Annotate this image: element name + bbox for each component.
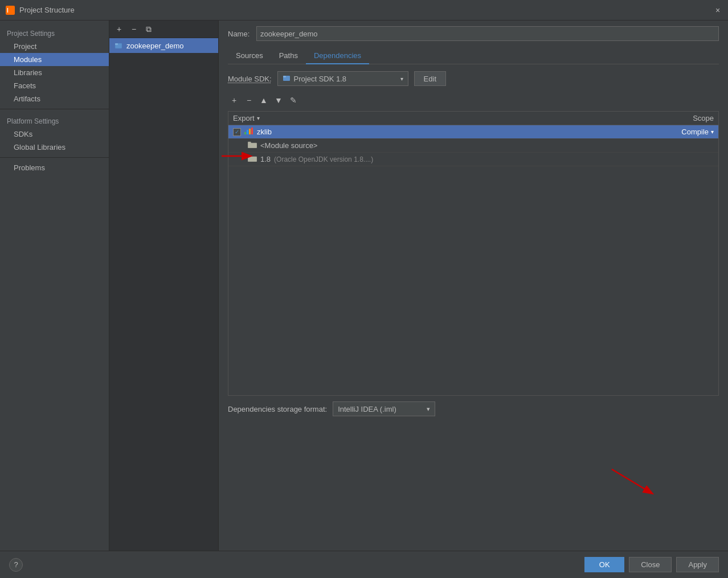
dep-table-header: Export ▾ Scope	[228, 112, 718, 125]
sidebar-item-sdks[interactable]: SDKs	[0, 128, 109, 141]
name-input[interactable]	[256, 26, 719, 41]
name-label: Name:	[228, 30, 251, 38]
export-column-header: Export ▾	[233, 114, 301, 122]
main-content: Name: Sources Paths Dependencies	[219, 21, 728, 551]
footer-buttons: OK Close Apply	[584, 557, 719, 572]
dep-edit-button[interactable]: ✎	[287, 94, 300, 106]
dep-up-button[interactable]: ▲	[257, 94, 270, 106]
platform-settings-label: Platform Settings	[0, 115, 109, 128]
folder-icon	[248, 141, 257, 150]
edit-sdk-button[interactable]: Edit	[414, 71, 446, 86]
dep-name-zklib: zklib	[244, 128, 678, 136]
dep-name-jdk: 1.8 (Oracle OpenJDK version 1.8....)	[248, 155, 710, 163]
dep-row-jdk[interactable]: 1.8 (Oracle OpenJDK version 1.8....)	[228, 153, 718, 166]
scope-column-header: Scope	[693, 114, 714, 122]
tab-sources[interactable]: Sources	[228, 48, 271, 64]
dep-down-button[interactable]: ▼	[272, 94, 285, 106]
add-module-button[interactable]: +	[113, 23, 125, 35]
jdk-detail: (Oracle OpenJDK version 1.8....)	[274, 155, 373, 163]
sdk-icon	[283, 74, 291, 84]
dialog-title: Project Structure	[19, 6, 709, 14]
help-button[interactable]: ?	[9, 558, 23, 572]
svg-rect-9	[251, 128, 253, 134]
remove-module-button[interactable]: −	[128, 23, 140, 35]
svg-rect-6	[244, 132, 246, 134]
sidebar-divider-2	[0, 157, 109, 158]
storage-arrow: ▾	[427, 405, 430, 413]
svg-rect-3	[115, 43, 118, 45]
project-settings-label: Project Settings	[0, 27, 109, 40]
copy-module-button[interactable]: ⧉	[142, 23, 155, 35]
title-bar: I Project Structure ×	[0, 0, 728, 21]
sidebar: Project Settings Project Modules Librari…	[0, 21, 109, 551]
tab-paths[interactable]: Paths	[271, 48, 306, 64]
dep-row-module-source[interactable]: <Module source>	[228, 139, 718, 153]
footer: ? OK Close Apply	[0, 551, 728, 578]
library-icon	[244, 128, 253, 136]
svg-text:I: I	[7, 7, 9, 14]
sidebar-item-global-libraries[interactable]: Global Libraries	[0, 141, 109, 154]
storage-label: Dependencies storage format:	[228, 405, 327, 413]
sidebar-item-modules[interactable]: Modules	[0, 53, 109, 66]
svg-rect-8	[249, 129, 251, 134]
name-row: Name:	[228, 26, 719, 41]
tab-dependencies[interactable]: Dependencies	[306, 48, 369, 64]
apply-button[interactable]: Apply	[676, 557, 719, 572]
sdk-select[interactable]: Project SDK 1.8 ▾	[277, 71, 408, 86]
dep-add-button[interactable]: +	[228, 94, 240, 106]
svg-rect-5	[283, 76, 286, 77]
module-panel: + − ⧉ zookeeper_demo	[109, 21, 219, 551]
dep-name-module-source: <Module source>	[248, 141, 710, 150]
jdk-icon	[248, 155, 257, 163]
export-dropdown-arrow[interactable]: ▾	[257, 115, 260, 121]
svg-rect-7	[247, 130, 248, 134]
sidebar-item-project[interactable]: Project	[0, 40, 109, 53]
storage-value: IntelliJ IDEA (.iml)	[338, 405, 396, 413]
close-button[interactable]: ×	[713, 6, 722, 15]
app-icon: I	[6, 6, 15, 15]
dep-scope-zklib: Compile ▾	[681, 128, 714, 136]
module-item-zookeeper[interactable]: zookeeper_demo	[109, 38, 218, 53]
tabs: Sources Paths Dependencies	[228, 48, 719, 64]
ok-button[interactable]: OK	[584, 557, 624, 572]
sidebar-item-libraries[interactable]: Libraries	[0, 66, 109, 79]
sdk-label: Module SDK:	[228, 75, 272, 83]
sdk-dropdown-arrow: ▾	[400, 76, 403, 82]
module-toolbar: + − ⧉	[109, 21, 218, 38]
content-area: Project Settings Project Modules Librari…	[0, 21, 728, 551]
sdk-row: Module SDK: Project SDK 1.8 ▾ Edit	[228, 71, 719, 86]
dialog: I Project Structure × Project Settings P…	[0, 0, 728, 578]
dependencies-toolbar: + − ▲ ▼ ✎	[228, 94, 719, 106]
close-dialog-button[interactable]: Close	[629, 557, 672, 572]
sidebar-divider	[0, 109, 109, 109]
dep-checkbox-zklib[interactable]: ✓	[233, 128, 241, 136]
module-icon	[114, 41, 123, 50]
storage-row: Dependencies storage format: IntelliJ ID…	[228, 396, 719, 416]
scope-dropdown-arrow[interactable]: ▾	[711, 129, 714, 135]
main-area: Name: Sources Paths Dependencies	[219, 21, 728, 551]
dependencies-table: Export ▾ Scope ✓	[228, 111, 719, 396]
sidebar-item-problems[interactable]: Problems	[0, 161, 109, 174]
dep-row-zklib[interactable]: ✓ zklib	[228, 125, 718, 139]
sidebar-item-facets[interactable]: Facets	[0, 79, 109, 92]
dep-remove-button[interactable]: −	[243, 94, 255, 106]
sidebar-item-artifacts[interactable]: Artifacts	[0, 92, 109, 105]
sdk-value: Project SDK 1.8	[294, 75, 347, 83]
module-name: zookeeper_demo	[126, 42, 183, 50]
storage-format-select[interactable]: IntelliJ IDEA (.iml) ▾	[333, 401, 435, 416]
